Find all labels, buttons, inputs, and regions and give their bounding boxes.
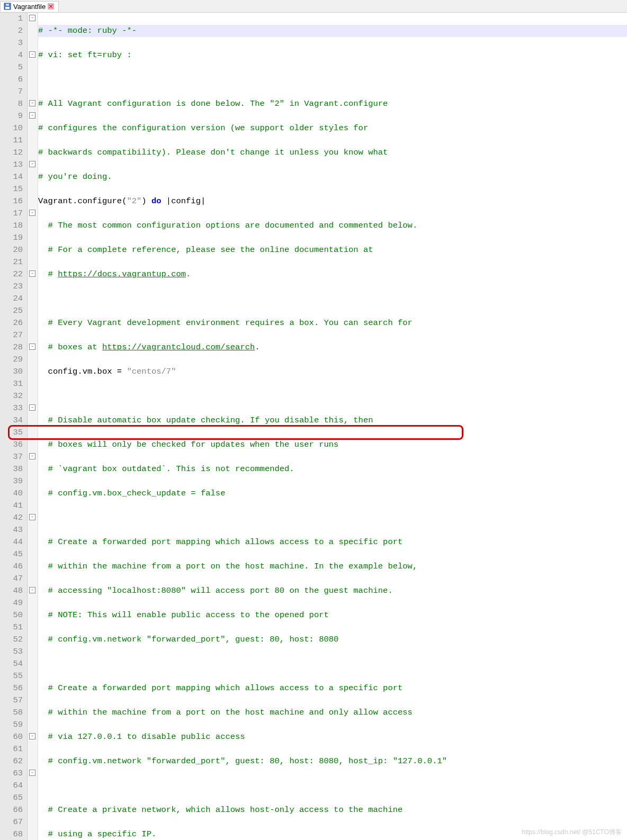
close-icon[interactable]: [48, 3, 54, 10]
line-number: 8: [0, 98, 23, 110]
line-number: 49: [0, 597, 23, 609]
line-number: 22: [0, 268, 23, 281]
code-line: # within the machine from a port on the …: [38, 561, 627, 573]
code-editor[interactable]: 1234567891011121314151617181920212223242…: [0, 13, 627, 840]
line-number: 40: [0, 487, 23, 500]
code-line: # within the machine from a port on the …: [38, 707, 627, 719]
code-area[interactable]: # -*- mode: ruby -*- # vi: set ft=ruby :…: [38, 13, 627, 840]
line-number: 11: [0, 134, 23, 147]
svg-rect-2: [6, 4, 9, 6]
line-number: 14: [0, 171, 23, 183]
fold-marker[interactable]: -: [29, 161, 35, 167]
fold-marker[interactable]: -: [29, 404, 35, 411]
line-number: 59: [0, 719, 23, 731]
fold-marker[interactable]: -: [29, 15, 35, 21]
file-tab[interactable]: Vagrantfile: [0, 1, 59, 12]
code-line: [38, 390, 627, 402]
line-number: 6: [0, 74, 23, 86]
line-number: 1: [0, 13, 23, 25]
line-number: 32: [0, 390, 23, 402]
fold-marker[interactable]: -: [29, 770, 35, 776]
code-line: # Create a private network, which allows…: [38, 804, 627, 816]
line-number: 66: [0, 804, 23, 816]
line-number: 26: [0, 317, 23, 329]
line-number: 60: [0, 731, 23, 743]
code-line: # via 127.0.0.1 to disable public access: [38, 731, 627, 743]
line-number: 50: [0, 609, 23, 621]
line-number: 54: [0, 658, 23, 670]
line-number: 10: [0, 122, 23, 134]
line-number: 51: [0, 621, 23, 634]
line-number: 48: [0, 585, 23, 597]
fold-marker[interactable]: -: [29, 453, 35, 459]
line-number: 63: [0, 767, 23, 780]
code-line: # config.vm.network "forwarded_port", gu…: [38, 755, 627, 767]
line-number: 61: [0, 743, 23, 755]
code-line: # All Vagrant configuration is done belo…: [38, 98, 627, 110]
line-number: 28: [0, 341, 23, 354]
fold-marker[interactable]: -: [29, 344, 35, 350]
line-number: 53: [0, 646, 23, 658]
line-number: 19: [0, 232, 23, 244]
line-number: 25: [0, 305, 23, 317]
line-number: 29: [0, 354, 23, 366]
line-number: 24: [0, 293, 23, 305]
line-number: 67: [0, 816, 23, 828]
code-line: # Create a forwarded port mapping which …: [38, 536, 627, 548]
fold-marker[interactable]: -: [29, 587, 35, 593]
line-number: 3: [0, 37, 23, 49]
code-line: Vagrant.configure("2") do |config|: [38, 195, 627, 207]
line-number: 12: [0, 147, 23, 159]
code-line: [38, 74, 627, 86]
fold-marker[interactable]: -: [29, 210, 35, 216]
line-number: 44: [0, 536, 23, 548]
code-line: [38, 512, 627, 524]
code-line: config.vm.box = "centos/7": [38, 366, 627, 378]
code-line: [38, 293, 627, 305]
fold-marker[interactable]: -: [29, 270, 35, 277]
code-line: # configures the configuration version (…: [38, 122, 627, 134]
code-line: # -*- mode: ruby -*-: [38, 25, 627, 37]
line-number: 23: [0, 281, 23, 293]
line-number: 27: [0, 329, 23, 341]
line-number: 64: [0, 780, 23, 792]
annotation-highlight-box: [8, 425, 463, 440]
line-number-gutter: 1234567891011121314151617181920212223242…: [0, 13, 28, 840]
code-line: # boxes at https://vagrantcloud.com/sear…: [38, 341, 627, 354]
line-number: 35: [0, 427, 23, 439]
fold-marker[interactable]: -: [29, 733, 35, 739]
line-number: 46: [0, 561, 23, 573]
line-number: 2: [0, 25, 23, 37]
line-number: 15: [0, 183, 23, 195]
code-line: # NOTE: This will enable public access t…: [38, 609, 627, 621]
line-number: 36: [0, 439, 23, 451]
line-number: 43: [0, 524, 23, 536]
code-line: # config.vm.network "forwarded_port", gu…: [38, 634, 627, 646]
line-number: 56: [0, 682, 23, 694]
fold-column: - - - - - - - - - - - - - -: [28, 13, 38, 840]
tab-filename: Vagrantfile: [13, 3, 46, 11]
code-line: # config.vm.box_check_update = false: [38, 487, 627, 500]
code-line: # Every Vagrant development environment …: [38, 317, 627, 329]
fold-marker[interactable]: -: [29, 51, 35, 58]
fold-marker[interactable]: -: [29, 112, 35, 119]
code-line: # accessing "localhost:8080" will access…: [38, 585, 627, 597]
line-number: 34: [0, 414, 23, 427]
line-number: 20: [0, 244, 23, 256]
line-number: 21: [0, 256, 23, 268]
line-number: 33: [0, 402, 23, 414]
code-line: # vi: set ft=ruby :: [38, 49, 627, 61]
line-number: 52: [0, 634, 23, 646]
fold-marker[interactable]: -: [29, 100, 35, 106]
fold-marker[interactable]: -: [29, 514, 35, 520]
line-number: 47: [0, 573, 23, 585]
code-line: [38, 658, 627, 670]
line-number: 68: [0, 828, 23, 840]
line-number: 30: [0, 366, 23, 378]
code-line: [38, 780, 627, 792]
line-number: 57: [0, 694, 23, 707]
code-line: # boxes will only be checked for updates…: [38, 439, 627, 451]
line-number: 62: [0, 755, 23, 767]
line-number: 41: [0, 500, 23, 512]
line-number: 65: [0, 792, 23, 804]
